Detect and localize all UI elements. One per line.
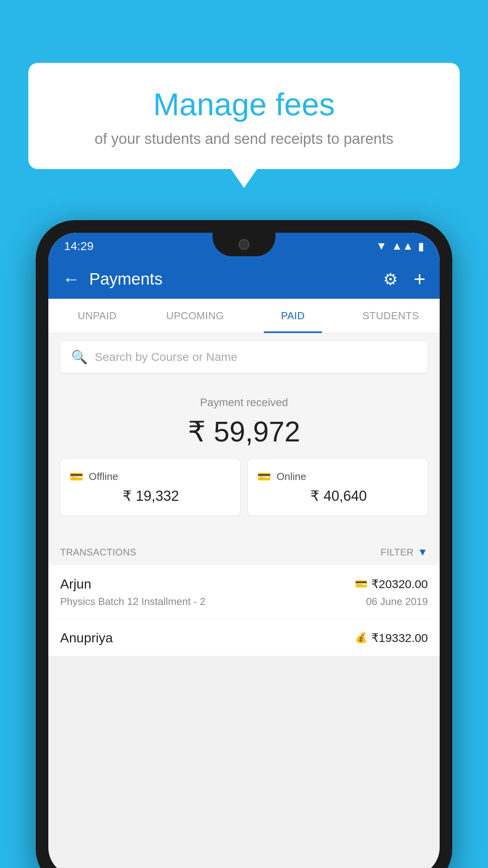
- offline-icon: 💳: [70, 470, 83, 483]
- offline-card-header: 💳 Offline: [70, 470, 231, 483]
- transaction-bottom-arjun: Physics Batch 12 Installment - 2 06 June…: [60, 596, 428, 608]
- camera: [238, 239, 250, 250]
- filter-label: FILTER: [381, 547, 414, 558]
- speech-bubble-title: Manage fees: [48, 86, 440, 123]
- filter-button[interactable]: FILTER ▼: [381, 546, 428, 558]
- search-placeholder-text: Search by Course or Name: [95, 350, 238, 364]
- date-arjun: 06 June 2019: [366, 596, 428, 608]
- transactions-header: TRANSACTIONS FILTER ▼: [48, 539, 440, 565]
- add-icon[interactable]: +: [414, 267, 426, 291]
- offline-amount: ₹ 19,332: [70, 488, 231, 504]
- payment-type-icon-anupriya: 💰: [355, 632, 367, 644]
- signal-icon: ▲▲: [392, 240, 413, 252]
- tab-unpaid[interactable]: UNPAID: [48, 299, 146, 333]
- student-name-anupriya: Anupriya: [60, 630, 113, 645]
- filter-icon: ▼: [418, 546, 428, 558]
- battery-icon: ▮: [418, 240, 424, 253]
- amount-value-anupriya: ₹19332.00: [371, 631, 428, 645]
- phone-screen: 14:29 ▼ ▲▲ ▮ ← Payments ⚙ +: [48, 233, 440, 868]
- search-container: 🔍 Search by Course or Name: [48, 333, 440, 381]
- page-background: Manage fees of your students and send re…: [0, 0, 488, 868]
- tab-students[interactable]: STUDENTS: [342, 299, 440, 333]
- student-name-arjun: Arjun: [60, 576, 91, 592]
- back-button[interactable]: ←: [62, 269, 80, 289]
- online-label: Online: [277, 471, 306, 483]
- transaction-row-anupriya[interactable]: Anupriya 💰 ₹19332.00: [48, 619, 440, 656]
- search-bar[interactable]: 🔍 Search by Course or Name: [60, 341, 428, 373]
- wifi-icon: ▼: [376, 240, 387, 252]
- tab-bar: UNPAID UPCOMING PAID STUDENTS: [48, 299, 440, 333]
- payment-received-label: Payment received: [60, 396, 428, 409]
- app-title: Payments: [89, 270, 374, 289]
- transaction-top-arjun: Arjun 💳 ₹20320.00: [60, 576, 428, 592]
- online-amount: ₹ 40,640: [257, 488, 418, 504]
- online-card-header: 💳 Online: [257, 470, 418, 483]
- search-icon: 🔍: [71, 349, 88, 365]
- tab-upcoming[interactable]: UPCOMING: [146, 299, 244, 333]
- course-arjun: Physics Batch 12 Installment - 2: [60, 596, 205, 608]
- tab-paid[interactable]: PAID: [244, 299, 342, 333]
- speech-bubble-subtitle: of your students and send receipts to pa…: [48, 131, 440, 147]
- payment-received-section: Payment received ₹ 59,972 💳 Offline ₹ 19…: [48, 381, 440, 539]
- amount-value-arjun: ₹20320.00: [371, 577, 428, 591]
- transaction-amount-arjun: 💳 ₹20320.00: [355, 577, 428, 591]
- transaction-row-arjun[interactable]: Arjun 💳 ₹20320.00 Physics Batch 12 Insta…: [48, 565, 440, 619]
- payment-cards: 💳 Offline ₹ 19,332 💳 Online ₹ 40,640: [60, 459, 428, 527]
- phone-outer: 14:29 ▼ ▲▲ ▮ ← Payments ⚙ +: [36, 220, 452, 868]
- online-icon: 💳: [257, 470, 271, 483]
- status-time: 14:29: [64, 239, 94, 253]
- payment-type-icon-arjun: 💳: [355, 578, 367, 590]
- transactions-label: TRANSACTIONS: [60, 547, 136, 558]
- payment-total-amount: ₹ 59,972: [60, 415, 428, 448]
- offline-payment-card: 💳 Offline ₹ 19,332: [60, 459, 240, 515]
- transaction-top-anupriya: Anupriya 💰 ₹19332.00: [60, 630, 428, 645]
- app-bar: ← Payments ⚙ +: [48, 259, 440, 299]
- offline-label: Offline: [89, 471, 118, 483]
- transaction-amount-anupriya: 💰 ₹19332.00: [355, 631, 428, 645]
- gear-icon[interactable]: ⚙: [383, 270, 398, 289]
- status-icons: ▼ ▲▲ ▮: [376, 240, 424, 253]
- speech-bubble: Manage fees of your students and send re…: [28, 63, 460, 169]
- online-payment-card: 💳 Online ₹ 40,640: [248, 459, 428, 515]
- notch: [213, 233, 275, 256]
- phone-mockup: 14:29 ▼ ▲▲ ▮ ← Payments ⚙ +: [36, 220, 452, 868]
